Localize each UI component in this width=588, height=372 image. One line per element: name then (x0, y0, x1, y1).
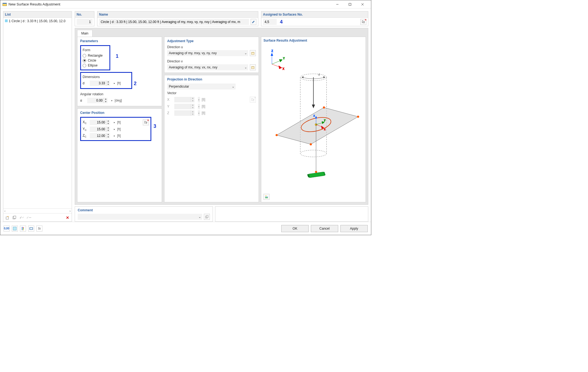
titlebar: New Surface Results Adjustment (0, 0, 371, 8)
alpha-menu-button[interactable]: ▸ (111, 98, 113, 103)
xc-input[interactable]: ▲▼ (90, 120, 112, 125)
radio-rectangle[interactable]: Rectangle (83, 53, 108, 58)
svg-marker-24 (302, 76, 303, 78)
chevron-down-icon: ⌄ (231, 85, 236, 88)
no-cell: No. (75, 11, 94, 26)
alpha-input[interactable]: ▲▼ (87, 98, 109, 103)
tab-content: Parameters Form Rectangle Circle Ellipse… (75, 37, 368, 204)
spin-up-icon: ▲ (106, 80, 110, 83)
name-input[interactable] (99, 19, 249, 25)
vec-z-input: ▲▼ (174, 110, 196, 116)
u-library-button[interactable] (250, 50, 256, 56)
annotation-1: 1 (116, 53, 118, 59)
direction-v-dropdown[interactable]: Averaging of mx, mxy, vx, nx, nxy ⌄ (167, 64, 248, 70)
svg-text:y: y (324, 118, 326, 122)
svg-point-48 (315, 171, 317, 173)
svg-rect-6 (6, 217, 8, 219)
dimensions-group: Dimensions d ▲▼ ▸ [ft] (80, 72, 132, 89)
svg-point-63 (30, 228, 32, 229)
direction-u-dropdown[interactable]: Averaging of my, mxy, vy, ny, nxy ⌄ (167, 50, 248, 56)
svg-rect-8 (14, 216, 16, 218)
yc-row: YC ▲▼ ▸ [ft] (83, 126, 149, 132)
svg-marker-25 (323, 76, 325, 78)
svg-text:X: X (282, 67, 284, 70)
new-item-button[interactable] (4, 215, 10, 221)
radio-ellipse[interactable]: Ellipse (83, 63, 108, 68)
check-all-button[interactable]: ✓✓ (19, 215, 25, 221)
d-row: d ▲▼ ▸ [ft] (83, 80, 130, 86)
minimize-button[interactable] (331, 0, 344, 8)
projection-dropdown[interactable]: Perpendicular ⌄ (167, 83, 236, 90)
list-header: List (3, 11, 72, 18)
svg-rect-54 (265, 197, 268, 198)
projection-panel: Projection in Direction Perpendicular ⌄ … (164, 75, 259, 202)
svg-rect-59 (23, 227, 24, 228)
list-h-scrollbar[interactable]: ‹ › (3, 208, 72, 213)
svg-text:Z: Z (271, 49, 273, 53)
copy-item-button[interactable] (11, 215, 18, 221)
svg-text:x: x (324, 128, 326, 131)
svg-marker-18 (279, 66, 282, 69)
pick-center-button[interactable]: ✕ (143, 119, 149, 125)
vec-x-input: ▲▼ (174, 97, 196, 102)
assigned-label: Assigned to Surfaces No. (261, 11, 368, 18)
maximize-button[interactable] (344, 0, 356, 8)
pick-vector-button: ✕ (250, 97, 256, 103)
colors-button[interactable] (20, 226, 26, 232)
form-label: Form (83, 48, 108, 52)
tab-main[interactable]: Main (77, 30, 92, 37)
parameters-panel: Parameters Form Rectangle Circle Ellipse… (77, 37, 162, 106)
header-row: No. Name Assigned to Surfaces No. 4 (75, 11, 368, 26)
preview-panel: Surface Results Adjustment Z (261, 37, 366, 202)
reset-view-button[interactable] (263, 194, 270, 200)
dimensions-label: Dimensions (83, 75, 130, 79)
radio-circle[interactable]: Circle (83, 58, 108, 63)
adjustment-title: Adjustment Type (167, 39, 256, 43)
comment-dropdown[interactable]: ⌄ (78, 214, 202, 220)
cancel-button[interactable]: Cancel (311, 225, 338, 232)
zc-menu-button[interactable]: ▸ (113, 133, 115, 139)
list-item-swatch (5, 19, 8, 22)
no-label: No. (75, 11, 94, 18)
footer: 0,00 fx OK Cancel Apply (0, 222, 371, 235)
list-item[interactable]: 1 Circle | d : 3.33 ft | 15.00, 15.00, 1… (4, 19, 71, 23)
name-cell: Name (97, 11, 258, 26)
d-input[interactable]: ▲▼ (90, 80, 112, 86)
rotation-label: Angular rotation (80, 92, 159, 96)
center-group: XC ▲▼ ▸ [ft] ✕ (80, 117, 151, 141)
delete-item-button[interactable]: ✕ (65, 215, 71, 221)
scroll-right-icon[interactable]: › (69, 209, 71, 213)
edit-name-button[interactable] (251, 19, 256, 25)
yc-menu-button[interactable]: ▸ (113, 126, 115, 132)
units-button[interactable]: 0,00 (4, 226, 10, 232)
close-button[interactable] (356, 0, 369, 8)
comment-library-button[interactable] (204, 214, 210, 220)
assigned-cell: Assigned to Surfaces No. 4 ✕ (261, 11, 368, 26)
parameters-title: Parameters (80, 39, 159, 43)
apply-button[interactable]: Apply (340, 225, 368, 232)
zc-input[interactable]: ▲▼ (90, 133, 112, 139)
v-library-button[interactable] (250, 64, 256, 70)
no-input[interactable] (77, 19, 92, 25)
svg-point-33 (310, 143, 312, 145)
annotation-2: 2 (134, 81, 137, 86)
pick-surfaces-button[interactable]: ✕ (360, 19, 366, 25)
d-menu-button[interactable]: ▸ (113, 80, 115, 86)
uncheck-all-button[interactable]: ✓— (26, 215, 32, 221)
ok-button[interactable]: OK (281, 225, 309, 232)
yc-input[interactable]: ▲▼ (90, 126, 112, 132)
list-body[interactable]: 1 Circle | d : 3.33 ft | 15.00, 15.00, 1… (3, 18, 72, 208)
comment-row: Comment ⌄ (75, 206, 368, 222)
tabs-block: Main Parameters Form Rectangle Circle El… (75, 28, 368, 205)
right-column: Surface Results Adjustment Z (261, 37, 366, 202)
vector-label: Vector (167, 91, 256, 95)
view-button[interactable] (12, 226, 18, 232)
list-item-text: Circle | d : 3.33 ft | 15.00, 15.00, 12.… (11, 19, 65, 23)
svg-rect-10 (251, 52, 254, 53)
display-button[interactable] (28, 226, 34, 232)
xc-menu-button[interactable]: ▸ (113, 120, 115, 125)
scroll-left-icon[interactable]: ‹ (4, 209, 5, 213)
name-label: Name (97, 11, 258, 18)
assigned-input[interactable] (263, 19, 277, 25)
fx-button[interactable]: fx (36, 226, 42, 232)
